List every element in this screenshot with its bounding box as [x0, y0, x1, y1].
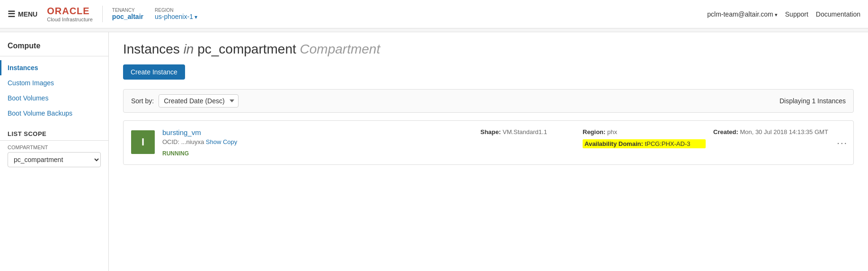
- oracle-logo: ORACLE Cloud Infrastructure: [47, 6, 103, 22]
- page-title-compartment: pc_compartment: [197, 42, 296, 56]
- compartment-label: COMPARTMENT: [0, 145, 108, 152]
- region-value[interactable]: us-phoenix-1: [155, 13, 197, 20]
- sort-label: Sort by:: [131, 97, 154, 105]
- sidebar-section-title: Compute: [0, 42, 108, 56]
- availability-domain-meta: Availability Domain: tPCG:PHX-AD-3: [583, 139, 706, 148]
- ocid-copy-link[interactable]: Copy: [223, 138, 237, 145]
- instance-ocid: OCID: ...niuyxa Show Copy: [162, 138, 473, 145]
- region-block: REGION us-phoenix-1: [155, 8, 197, 20]
- sidebar-divider: [0, 56, 108, 56]
- list-scope-title: List Scope: [0, 121, 108, 140]
- running-badge: RUNNING: [162, 150, 473, 157]
- sidebar-item-instances[interactable]: Instances: [0, 60, 108, 75]
- page-title-instances: Instances: [123, 42, 180, 56]
- availability-value: tPCG:PHX-AD-3: [645, 140, 690, 147]
- sidebar-item-boot-volume-backups[interactable]: Boot Volume Backups: [0, 106, 108, 121]
- sidebar-item-boot-volumes[interactable]: Boot Volumes: [0, 90, 108, 106]
- instance-name-link[interactable]: bursting_vm: [162, 128, 201, 136]
- documentation-link[interactable]: Documentation: [816, 10, 860, 18]
- page-title: Instances in pc_compartment Compartment: [123, 42, 854, 57]
- sidebar-item-custom-images[interactable]: Custom Images: [0, 75, 108, 90]
- tenancy-value[interactable]: poc_altair: [112, 13, 143, 20]
- sort-select[interactable]: Created Date (Desc)Created Date (Asc)Nam…: [159, 94, 239, 108]
- region-meta: Region: phx: [583, 128, 706, 136]
- instance-card: I bursting_vm OCID: ...niuyxa Show Copy …: [123, 120, 854, 165]
- availability-label: Availability Domain:: [585, 140, 643, 147]
- compartment-select[interactable]: pc_compartment: [8, 152, 101, 167]
- ocid-show-link[interactable]: Show: [206, 138, 221, 145]
- region-label: REGION: [155, 8, 197, 13]
- page-title-in: in: [184, 42, 194, 56]
- filter-row: Sort by: Created Date (Desc)Created Date…: [123, 89, 854, 113]
- list-scope-divider: [0, 140, 108, 141]
- tenancy-block: TENANCY poc_altair: [112, 8, 143, 20]
- hamburger-icon: ☰: [8, 9, 15, 19]
- displaying-text: Displaying 1 Instances: [779, 97, 846, 105]
- shape-meta: Shape: VM.Standard1.1: [480, 128, 575, 136]
- user-email[interactable]: pclm-team@altair.com: [707, 10, 778, 18]
- sub-header-bar: [0, 28, 868, 32]
- region-meta-value: phx: [607, 128, 617, 136]
- menu-label: MENU: [18, 10, 37, 18]
- menu-button[interactable]: ☰ MENU: [8, 9, 37, 19]
- region-meta-label: Region:: [583, 128, 605, 136]
- shape-label: Shape:: [480, 128, 501, 136]
- created-value: Mon, 30 Jul 2018 14:13:35 GMT: [740, 128, 828, 136]
- instance-icon: I: [131, 130, 155, 154]
- ocid-prefix: OCID:: [162, 138, 179, 145]
- instance-details: bursting_vm OCID: ...niuyxa Show Copy RU…: [162, 128, 473, 157]
- created-label: Created:: [713, 128, 738, 136]
- oracle-subtitle: Cloud Infrastructure: [47, 17, 93, 22]
- page-title-suffix: Compartment: [300, 42, 381, 56]
- main-layout: Compute Instances Custom Images Boot Vol…: [0, 32, 868, 271]
- sidebar: Compute Instances Custom Images Boot Vol…: [0, 32, 109, 271]
- filter-left: Sort by: Created Date (Desc)Created Date…: [131, 94, 239, 108]
- instance-created-block: Created: Mon, 30 Jul 2018 14:13:35 GMT: [713, 128, 846, 136]
- tenancy-label: TENANCY: [112, 8, 143, 13]
- tenancy-region-block: TENANCY poc_altair REGION us-phoenix-1: [112, 8, 197, 20]
- create-instance-button[interactable]: Create Instance: [123, 64, 185, 80]
- oracle-text: ORACLE: [47, 6, 93, 17]
- shape-value: VM.Standard1.1: [503, 128, 547, 136]
- created-meta: Created: Mon, 30 Jul 2018 14:13:35 GMT: [713, 128, 846, 136]
- top-navigation: ☰ MENU ORACLE Cloud Infrastructure TENAN…: [0, 0, 868, 28]
- instance-shape-block: Shape: VM.Standard1.1: [480, 128, 575, 136]
- support-link[interactable]: Support: [785, 10, 808, 18]
- more-options-button[interactable]: ···: [837, 137, 848, 148]
- ocid-value: ...niuyxa: [181, 138, 204, 145]
- top-nav-right: pclm-team@altair.com Support Documentati…: [707, 10, 860, 18]
- instance-region-block: Region: phx Availability Domain: tPCG:PH…: [583, 128, 706, 148]
- main-content: Instances in pc_compartment Compartment …: [109, 32, 868, 271]
